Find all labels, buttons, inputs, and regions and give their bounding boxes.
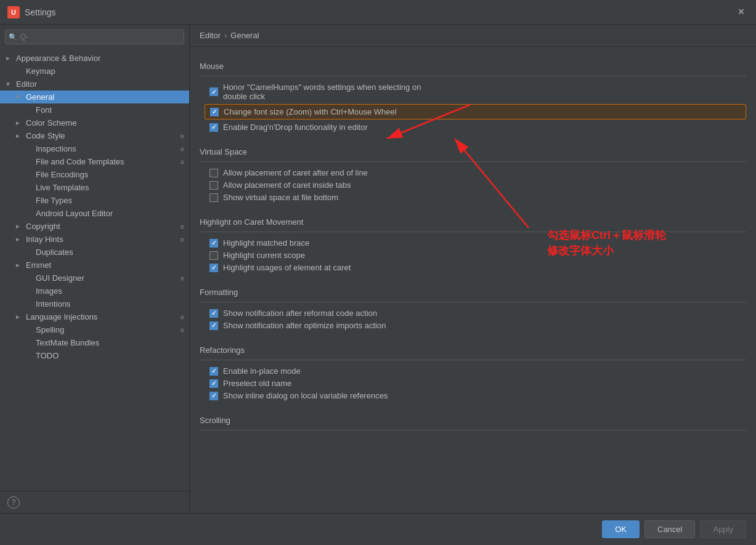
sidebar-label-color-scheme: Color Scheme <box>26 118 184 127</box>
sidebar-item-font[interactable]: Font <box>0 103 189 116</box>
breadcrumb-sep: › <box>224 31 227 40</box>
section-divider-mouse <box>200 76 746 76</box>
checkbox-row-inplace-mode: Enable in-place mode <box>209 366 746 376</box>
section-divider-scrolling <box>200 430 746 430</box>
checkbox-usages-caret[interactable] <box>209 264 218 272</box>
section-title-scrolling: Scrolling <box>200 416 746 425</box>
section-title-refactorings: Refactorings <box>200 345 746 355</box>
apply-button[interactable]: Apply <box>700 520 746 538</box>
sidebar-item-inspections[interactable]: Inspections≡ <box>0 142 189 155</box>
sidebar-item-spelling[interactable]: Spelling≡ <box>0 323 189 336</box>
sidebar-item-todo[interactable]: TODO <box>0 349 189 362</box>
sidebar-item-appearance[interactable]: Appearance & Behavior <box>0 52 189 65</box>
sidebar-item-file-types[interactable]: File Types <box>0 194 189 207</box>
tree-arrow-general <box>15 94 23 100</box>
sidebar-icon-right-spelling: ≡ <box>181 326 184 334</box>
checkbox-label-notify-optimize: Show notification after optimize imports… <box>223 321 386 330</box>
sidebar-label-spelling: Spelling <box>36 325 178 334</box>
sidebar-label-copyright: Copyright <box>26 222 178 231</box>
sidebar-item-keymap[interactable]: Keymap <box>0 65 189 78</box>
checkbox-row-ctrl-zoom: Change font size (Zoom) with Ctrl+Mouse … <box>205 104 746 119</box>
sidebar-label-font: Font <box>36 105 184 115</box>
sidebar-bottom: ? <box>0 491 189 513</box>
close-button[interactable]: × <box>734 5 749 20</box>
checkbox-label-current-scope: Highlight current scope <box>223 251 305 260</box>
sidebar-item-live-templates[interactable]: Live Templates <box>0 181 189 194</box>
checkbox-camel-humps[interactable] <box>209 87 218 96</box>
checkbox-row-notify-optimize: Show notification after optimize imports… <box>209 321 746 330</box>
sidebar-item-duplicates[interactable]: Duplicates <box>0 246 189 259</box>
checkbox-label-caret-end-line: Allow placement of caret after end of li… <box>223 168 368 177</box>
checkbox-row-caret-inside-tabs: Allow placement of caret inside tabs <box>209 180 746 190</box>
checkbox-matched-brace[interactable] <box>209 239 218 248</box>
sidebar-item-file-code-templates[interactable]: File and Code Templates≡ <box>0 155 189 168</box>
checkbox-row-virtual-space-bottom: Show virtual space at file bottom <box>209 193 746 202</box>
ok-button[interactable]: OK <box>602 520 640 538</box>
cancel-button[interactable]: Cancel <box>644 520 695 538</box>
checkbox-drag-drop[interactable] <box>209 123 218 132</box>
help-button[interactable]: ? <box>7 496 20 509</box>
checkbox-label-inline-dialog: Show inline dialog on local variable ref… <box>223 391 388 400</box>
checkbox-caret-inside-tabs[interactable] <box>209 181 218 190</box>
sidebar-item-copyright[interactable]: Copyright≡ <box>0 220 189 233</box>
checkbox-row-caret-end-line: Allow placement of caret after end of li… <box>209 168 746 177</box>
sidebar-label-inspections: Inspections <box>36 144 178 153</box>
checkbox-notify-optimize[interactable] <box>209 321 218 330</box>
checkbox-row-inline-dialog: Show inline dialog on local variable ref… <box>209 391 746 400</box>
checkbox-preselect-name[interactable] <box>209 379 218 388</box>
checkbox-label-notify-reformat: Show notification after reformat code ac… <box>223 309 377 318</box>
checkbox-label-virtual-space-bottom: Show virtual space at file bottom <box>223 193 338 202</box>
breadcrumb-editor: Editor <box>200 31 221 40</box>
tree-arrow-copyright <box>15 223 23 230</box>
tree-arrow-editor <box>5 81 14 87</box>
section-divider-virtual_space <box>200 161 746 162</box>
checkbox-notify-reformat[interactable] <box>209 309 218 318</box>
checkbox-label-camel-humps: Honor "CamelHumps" words settings when s… <box>223 83 421 101</box>
sidebar-item-intentions[interactable]: Intentions <box>0 297 189 310</box>
checkbox-caret-end-line[interactable] <box>209 169 218 177</box>
sidebar-item-images[interactable]: Images <box>0 285 189 297</box>
section-title-virtual_space: Virtual Space <box>200 147 746 156</box>
checkbox-inline-dialog[interactable] <box>209 392 218 400</box>
breadcrumb-general: General <box>230 31 259 40</box>
search-box: 🔍 <box>5 30 184 44</box>
sidebar-item-textmate-bundles[interactable]: TextMate Bundles <box>0 336 189 349</box>
search-input[interactable] <box>5 30 184 44</box>
checkbox-label-drag-drop: Enable Drag'n'Drop functionality in edit… <box>223 123 368 132</box>
sidebar-item-general[interactable]: General <box>0 91 189 103</box>
sidebar-label-keymap: Keymap <box>26 67 184 76</box>
sidebar: 🔍 Appearance & BehaviorKeymapEditorGener… <box>0 25 190 513</box>
checkbox-ctrl-zoom[interactable] <box>210 108 219 116</box>
content-area: Editor › General MouseHonor "CamelHumps"… <box>190 25 756 513</box>
content-wrapper: Editor › General MouseHonor "CamelHumps"… <box>190 25 756 513</box>
window-title: Settings <box>25 7 734 17</box>
checkbox-current-scope[interactable] <box>209 251 218 260</box>
sidebar-item-editor[interactable]: Editor <box>0 78 189 91</box>
sidebar-icon-right-inlay-hints: ≡ <box>181 236 184 243</box>
sidebar-icon-right-language-injections: ≡ <box>181 313 184 321</box>
breadcrumb: Editor › General <box>190 25 756 47</box>
checkbox-row-current-scope: Highlight current scope <box>209 251 746 260</box>
checkbox-row-matched-brace: Highlight matched brace <box>209 238 746 248</box>
sidebar-label-code-style: Code Style <box>26 131 178 140</box>
sidebar-item-file-encodings[interactable]: File Encodings <box>0 168 189 181</box>
checkbox-label-matched-brace: Highlight matched brace <box>223 238 309 248</box>
checkbox-label-usages-caret: Highlight usages of element at caret <box>223 263 351 272</box>
sidebar-label-language-injections: Language Injections <box>26 312 178 321</box>
checkbox-label-preselect-name: Preselect old name <box>223 379 291 388</box>
sidebar-item-language-injections[interactable]: Language Injections≡ <box>0 310 189 323</box>
sidebar-item-color-scheme[interactable]: Color Scheme <box>0 116 189 129</box>
checkbox-virtual-space-bottom[interactable] <box>209 193 218 202</box>
tree-arrow-code-style <box>15 132 23 139</box>
sidebar-item-emmet[interactable]: Emmet <box>0 259 189 272</box>
sidebar-item-gui-designer[interactable]: GUI Designer≡ <box>0 272 189 285</box>
search-icon: 🔍 <box>9 33 17 41</box>
sidebar-item-code-style[interactable]: Code Style≡ <box>0 129 189 142</box>
sidebar-label-textmate-bundles: TextMate Bundles <box>36 338 184 347</box>
sidebar-item-inlay-hints[interactable]: Inlay Hints≡ <box>0 233 189 246</box>
checkbox-label-ctrl-zoom: Change font size (Zoom) with Ctrl+Mouse … <box>224 107 397 116</box>
checkbox-inplace-mode[interactable] <box>209 367 218 376</box>
dialog-footer: OK Cancel Apply <box>0 513 756 545</box>
sidebar-item-android-layout[interactable]: Android Layout Editor <box>0 207 189 220</box>
app-icon: U <box>7 6 20 18</box>
